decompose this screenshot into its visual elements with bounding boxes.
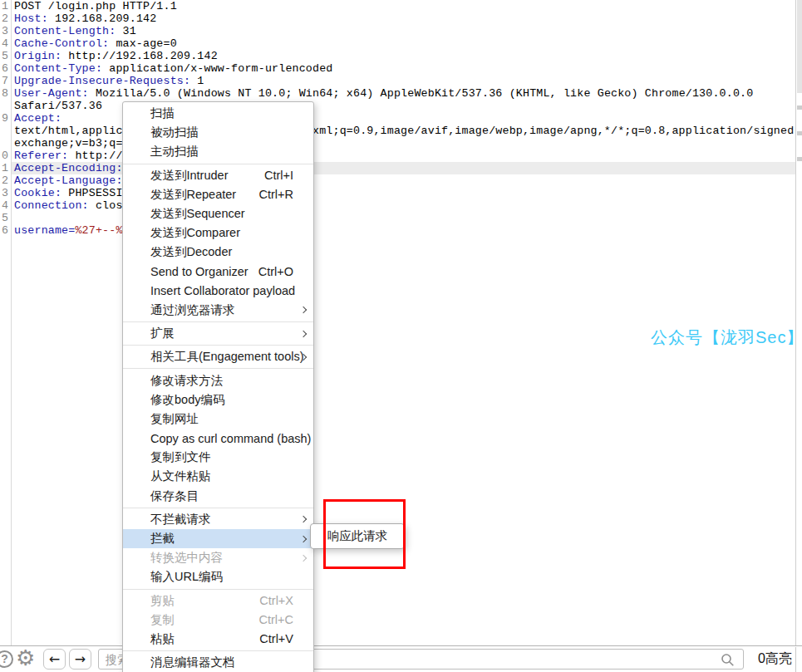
forward-button[interactable]: → bbox=[69, 649, 91, 670]
line-number: 7 bbox=[0, 75, 8, 87]
back-button[interactable]: ← bbox=[43, 649, 66, 670]
menu-item[interactable]: 发送到Comparer bbox=[123, 223, 313, 243]
line-text: Safari/537.36 bbox=[14, 100, 102, 112]
line-text: POST /login.php HTTP/1.1 bbox=[14, 0, 177, 12]
menu-item[interactable]: 相关工具(Engagement tools) bbox=[123, 347, 313, 366]
line-text: username=%27+--%3 bbox=[14, 224, 130, 237]
menu-item[interactable]: 主动扫描 bbox=[123, 142, 313, 161]
menu-item[interactable]: 粘贴Ctrl+V bbox=[123, 630, 313, 649]
menu-item[interactable]: 扩展 bbox=[123, 324, 313, 343]
scrollbar-thumb[interactable] bbox=[797, 0, 802, 93]
line-number: 1 bbox=[0, 0, 8, 12]
menu-item-label: 扩展 bbox=[150, 326, 293, 341]
menu-item[interactable]: 保存条目 bbox=[123, 487, 313, 506]
menu-item-label: 发送到Comparer bbox=[150, 225, 293, 241]
menu-item-label: 相关工具(Engagement tools) bbox=[150, 349, 304, 365]
menu-separator bbox=[123, 345, 313, 346]
help-icon[interactable]: ? bbox=[0, 650, 13, 668]
menu-item[interactable]: 输入URL编码 bbox=[123, 567, 313, 586]
request-line[interactable]: 6Content-Type: application/x-www-form-ur… bbox=[0, 62, 795, 75]
line-number: 6 bbox=[0, 62, 8, 75]
line-text: Content-Type: application/x-www-form-url… bbox=[14, 62, 333, 75]
line-number: 9 bbox=[0, 112, 8, 125]
request-line-selected[interactable]: 1Accept-Encoding: bbox=[0, 162, 795, 174]
menu-item-label: 剪贴 bbox=[150, 593, 249, 609]
request-line[interactable]: 1POST /login.php HTTP/1.1 bbox=[0, 0, 795, 12]
line-number: 6 bbox=[0, 224, 8, 237]
line-text: Upgrade-Insecure-Requests: 1 bbox=[14, 75, 204, 87]
request-line[interactable]: 4Connection: clos bbox=[0, 199, 795, 212]
menu-item-label: Copy as curl command (bash) bbox=[150, 432, 311, 445]
request-line[interactable]: 4Cache-Control: max-age=0 bbox=[0, 37, 795, 50]
menu-item[interactable]: 扫描 bbox=[123, 104, 313, 123]
request-line[interactable]: 3Cookie: PHPSESSI bbox=[0, 187, 795, 199]
menu-item-label: 修改body编码 bbox=[150, 392, 293, 408]
menu-item[interactable]: 复制网址 bbox=[123, 410, 313, 429]
request-line[interactable]: 6username=%27+--%3 bbox=[0, 224, 795, 237]
request-line[interactable]: 3Content-Length: 31 bbox=[0, 25, 795, 37]
watermark-text: 公众号【泷羽Sec】 bbox=[651, 326, 802, 349]
line-number: 2 bbox=[0, 12, 8, 25]
request-line[interactable]: 9Accept: bbox=[0, 112, 795, 125]
menu-item-label: 消息编辑器文档 bbox=[150, 655, 293, 670]
menu-item-shortcut: Ctrl+O bbox=[258, 265, 293, 278]
menu-separator bbox=[123, 589, 313, 590]
menu-item[interactable]: 修改body编码 bbox=[123, 390, 313, 410]
request-line[interactable]: exchange;v=b3;q=0.7 bbox=[0, 137, 795, 150]
bottom-toolbar: ? ⚙ ← → 0高亮 bbox=[0, 645, 802, 672]
scroll-mark bbox=[797, 157, 802, 161]
menu-item-label: 从文件粘贴 bbox=[150, 468, 293, 484]
scrollbar[interactable] bbox=[795, 0, 802, 645]
menu-item-label: 复制 bbox=[150, 612, 249, 628]
request-line[interactable]: 5Origin: http://192.168.209.142 bbox=[0, 50, 795, 62]
menu-item[interactable]: Send to OrganizerCtrl+O bbox=[123, 262, 313, 282]
request-line[interactable]: 5 bbox=[0, 212, 795, 224]
menu-separator bbox=[123, 321, 313, 322]
line-text: Content-Length: 31 bbox=[14, 25, 136, 37]
menu-item: 复制Ctrl+C bbox=[123, 611, 313, 630]
menu-item[interactable]: 拦截 bbox=[123, 529, 313, 548]
menu-item-label: 输入URL编码 bbox=[150, 569, 293, 585]
line-number: 4 bbox=[0, 199, 8, 212]
request-line[interactable]: 2Host: 192.168.209.142 bbox=[0, 12, 795, 25]
menu-item-label: 不拦截请求 bbox=[150, 512, 293, 527]
menu-item-label: 保存条目 bbox=[150, 488, 293, 504]
highlight-count: 0高亮 bbox=[758, 646, 792, 672]
menu-item[interactable]: 发送到IntruderCtrl+I bbox=[123, 166, 313, 185]
menu-item-shortcut: Ctrl+X bbox=[259, 594, 293, 607]
menu-item[interactable]: 从文件粘贴 bbox=[123, 467, 313, 486]
menu-item[interactable]: 被动扫描 bbox=[123, 123, 313, 142]
request-line[interactable]: 7Upgrade-Insecure-Requests: 1 bbox=[0, 75, 795, 87]
menu-item[interactable]: 消息编辑器文档 bbox=[123, 653, 313, 672]
menu-item-label: 发送到Decoder bbox=[150, 244, 293, 260]
menu-item[interactable]: Insert Collaborator payload bbox=[123, 282, 313, 301]
chevron-right-icon bbox=[300, 535, 307, 542]
menu-item-shortcut: Ctrl+I bbox=[264, 169, 293, 182]
request-line[interactable]: Safari/537.36 bbox=[0, 100, 795, 112]
menu-item: 剪贴Ctrl+X bbox=[123, 591, 313, 611]
chevron-right-icon bbox=[300, 330, 307, 336]
menu-item[interactable]: 发送到Sequencer bbox=[123, 204, 313, 223]
gear-icon[interactable]: ⚙ bbox=[16, 645, 35, 671]
menu-item-label: Insert Collaborator payload bbox=[150, 284, 295, 297]
menu-item-label: Send to Organizer bbox=[150, 265, 248, 278]
menu-item[interactable]: 不拦截请求 bbox=[123, 510, 313, 529]
menu-item[interactable]: 复制到文件 bbox=[123, 448, 313, 467]
menu-item-label: 主动扫描 bbox=[150, 144, 293, 159]
line-text: Connection: clos bbox=[14, 199, 123, 212]
request-line[interactable]: 0Referer: http:// bbox=[0, 150, 795, 162]
menu-item[interactable]: 发送到Decoder bbox=[123, 243, 313, 262]
menu-item[interactable]: 发送到RepeaterCtrl+R bbox=[123, 185, 313, 204]
request-line[interactable]: 2Accept-Language: bbox=[0, 174, 795, 187]
menu-item[interactable]: 通过浏览器请求 bbox=[123, 301, 313, 320]
menu-item-label: 通过浏览器请求 bbox=[150, 302, 293, 318]
menu-item-shortcut: Ctrl+C bbox=[259, 613, 294, 626]
menu-item[interactable]: 修改请求方法 bbox=[123, 370, 313, 390]
line-number: 5 bbox=[0, 212, 8, 224]
menu-item[interactable]: Copy as curl command (bash) bbox=[123, 429, 313, 448]
request-line[interactable]: 8User-Agent: Mozilla/5.0 (Windows NT 10.… bbox=[0, 87, 795, 100]
line-text: Accept-Language: bbox=[14, 174, 123, 187]
burp-message-editor-window: 1POST /login.php HTTP/1.12Host: 192.168.… bbox=[0, 0, 802, 672]
menu-item-label: 复制到文件 bbox=[150, 449, 293, 465]
request-line[interactable]: text/html,application/xhtml+xml,applicat… bbox=[0, 125, 795, 137]
